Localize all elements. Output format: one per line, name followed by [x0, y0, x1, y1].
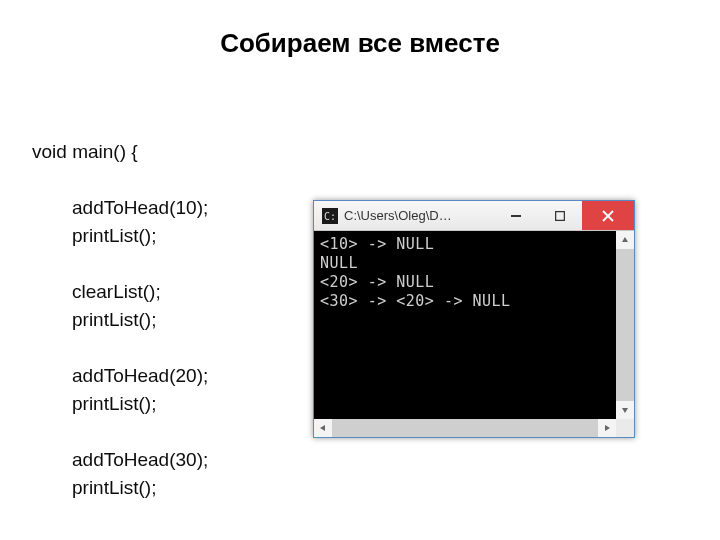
- scroll-right-button[interactable]: [598, 419, 616, 437]
- svg-marker-6: [622, 237, 628, 242]
- code-line: printList();: [32, 222, 156, 250]
- code-line: printList();: [32, 390, 156, 418]
- code-line: printList();: [32, 306, 156, 334]
- scroll-down-button[interactable]: [616, 401, 634, 419]
- chevron-up-icon: [621, 236, 629, 244]
- code-line: clearList();: [32, 278, 161, 306]
- svg-marker-7: [622, 408, 628, 413]
- svg-text:C:: C:: [324, 211, 336, 222]
- minimize-button[interactable]: [494, 201, 538, 230]
- console-window: C: C:\Users\Oleg\D… <10>: [313, 200, 635, 438]
- console-body: <10> -> NULL NULL <20> -> NULL <30> -> <…: [314, 231, 634, 437]
- console-line: <10> -> NULL: [320, 235, 434, 253]
- chevron-right-icon: [603, 424, 611, 432]
- console-app-icon: C:: [322, 208, 338, 224]
- maximize-icon: [555, 211, 565, 221]
- code-line: printList();: [32, 474, 156, 502]
- scroll-thumb-horizontal[interactable]: [332, 419, 598, 437]
- console-line: <20> -> NULL: [320, 273, 434, 291]
- chevron-down-icon: [621, 406, 629, 414]
- scroll-track-vertical[interactable]: [616, 249, 634, 401]
- console-line: <30> -> <20> -> NULL: [320, 292, 511, 310]
- chevron-left-icon: [319, 424, 327, 432]
- code-line: void main() {: [32, 141, 138, 162]
- scroll-up-button[interactable]: [616, 231, 634, 249]
- window-titlebar[interactable]: C: C:\Users\Oleg\D…: [314, 201, 634, 231]
- horizontal-scrollbar[interactable]: [314, 419, 616, 437]
- scroll-track-horizontal[interactable]: [332, 419, 598, 437]
- vertical-scrollbar[interactable]: [616, 231, 634, 419]
- slide-title: Собираем все вместе: [0, 28, 720, 59]
- code-line: addToHead(10);: [32, 194, 208, 222]
- console-line: NULL: [320, 254, 358, 272]
- svg-rect-2: [511, 215, 521, 217]
- code-line: addToHead(20);: [32, 362, 208, 390]
- svg-marker-9: [605, 425, 610, 431]
- code-block: void main() { addToHead(10); printList()…: [32, 110, 208, 502]
- maximize-button[interactable]: [538, 201, 582, 230]
- window-title-text: C:\Users\Oleg\D…: [338, 208, 494, 223]
- close-button[interactable]: [582, 201, 634, 230]
- console-output: <10> -> NULL NULL <20> -> NULL <30> -> <…: [320, 235, 616, 311]
- code-line: addToHead(30);: [32, 446, 208, 474]
- svg-rect-3: [556, 211, 565, 220]
- close-icon: [602, 210, 614, 222]
- window-button-group: [494, 201, 634, 230]
- svg-marker-8: [320, 425, 325, 431]
- scrollbar-corner: [616, 419, 634, 437]
- scroll-thumb-vertical[interactable]: [616, 249, 634, 401]
- minimize-icon: [511, 211, 521, 221]
- scroll-left-button[interactable]: [314, 419, 332, 437]
